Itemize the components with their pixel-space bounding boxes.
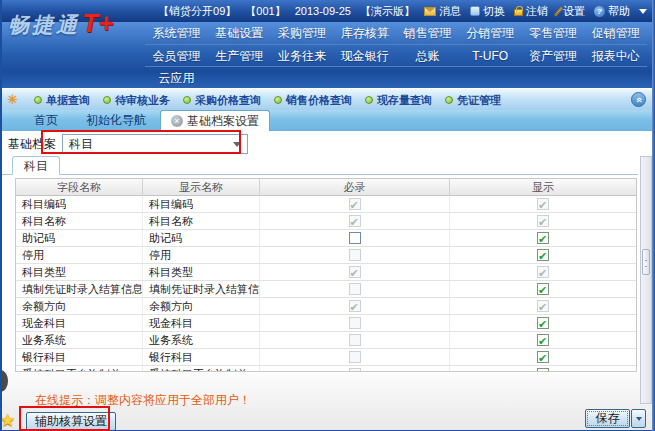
green-dot-icon bbox=[183, 96, 191, 104]
display-name-cell: 受控科目不允许制单 bbox=[143, 366, 260, 372]
settings-button[interactable]: 设置 bbox=[557, 4, 585, 19]
field-name-cell: 科目编码 bbox=[16, 196, 143, 212]
tab-strip: 首页初始化导航×基础档案设置 bbox=[0, 110, 655, 131]
menu-item[interactable]: 报表中心 bbox=[584, 45, 647, 67]
display-checkbox[interactable] bbox=[537, 232, 549, 244]
table-header-row: 字段名称显示名称必录显示 bbox=[16, 178, 636, 196]
collapse-button[interactable]: « bbox=[631, 92, 646, 107]
quick-link[interactable]: 凭证管理 bbox=[445, 93, 501, 108]
logo-product-text: T+ bbox=[82, 8, 113, 38]
archive-dropdown[interactable]: 科目 bbox=[62, 134, 248, 154]
vertical-scrollbar[interactable] bbox=[640, 156, 652, 404]
display-checkbox bbox=[537, 198, 549, 210]
quick-link-label: 待审核业务 bbox=[115, 93, 170, 108]
display-name-cell: 业务系统 bbox=[143, 332, 260, 348]
quick-link[interactable]: 待审核业务 bbox=[103, 93, 170, 108]
field-name-cell: 停用 bbox=[16, 247, 143, 263]
tab-inactive[interactable]: 初始化导航 bbox=[72, 110, 160, 131]
chevron-down-icon bbox=[636, 417, 642, 424]
menu-item[interactable]: 现金银行 bbox=[333, 45, 396, 67]
field-name-cell: 银行科目 bbox=[16, 349, 143, 365]
table-header-cell: 显示 bbox=[450, 179, 636, 196]
display-checkbox[interactable] bbox=[537, 317, 549, 329]
menu-item[interactable]: 会员管理 bbox=[145, 45, 208, 67]
display-name-cell: 填制凭证时录入结算信息 bbox=[143, 281, 260, 297]
show-cell bbox=[450, 366, 636, 372]
menu-item[interactable]: 基础设置 bbox=[208, 22, 271, 44]
display-checkbox bbox=[537, 300, 549, 312]
menu-item[interactable]: 销售管理 bbox=[396, 22, 459, 44]
table-header-cell: 显示名称 bbox=[143, 179, 260, 196]
window-border-left bbox=[0, 0, 2, 431]
display-name-cell: 科目编码 bbox=[143, 196, 260, 212]
menu-item[interactable]: T-UFO bbox=[459, 45, 522, 67]
required-checkbox bbox=[349, 317, 361, 329]
tab-active[interactable]: ×基础档案设置 bbox=[160, 110, 270, 131]
scrollbar-thumb[interactable] bbox=[642, 249, 650, 275]
display-name-cell: 现金科目 bbox=[143, 315, 260, 331]
logout-button[interactable]: 注销 bbox=[514, 4, 548, 19]
menu-item[interactable]: 促销管理 bbox=[584, 22, 647, 44]
menu-item[interactable]: 分销管理 bbox=[459, 22, 522, 44]
switch-button[interactable]: 切换 bbox=[470, 4, 505, 19]
menu-item[interactable]: 零售管理 bbox=[522, 22, 585, 44]
settings-icon bbox=[554, 6, 563, 16]
required-checkbox bbox=[349, 368, 361, 372]
display-checkbox bbox=[537, 266, 549, 278]
quick-link[interactable]: 销售价格查询 bbox=[274, 93, 352, 108]
field-name-cell: 受控科目不允许制单 bbox=[16, 366, 143, 372]
required-checkbox bbox=[349, 300, 361, 312]
field-name-cell: 余额方向 bbox=[16, 298, 143, 314]
menu-item[interactable]: 采购管理 bbox=[271, 22, 334, 44]
quick-link-label: 单据查询 bbox=[46, 93, 90, 108]
field-name-cell: 科目名称 bbox=[16, 213, 143, 229]
green-dot-icon bbox=[34, 96, 42, 104]
tab-label: 首页 bbox=[34, 113, 58, 127]
table-row: 现金科目现金科目 bbox=[16, 315, 636, 332]
display-checkbox[interactable] bbox=[537, 334, 549, 346]
menu-item[interactable]: 资产管理 bbox=[522, 45, 585, 67]
save-button[interactable]: 保存 bbox=[585, 409, 630, 428]
subtab-strip: 科目 bbox=[2, 155, 638, 175]
aux-accounting-settings-button[interactable]: 辅助核算设置 bbox=[26, 412, 116, 431]
menu-item[interactable]: 总账 bbox=[396, 45, 459, 67]
menu-item[interactable]: 库存核算 bbox=[333, 22, 396, 44]
help-button[interactable]: ? 帮助 bbox=[594, 4, 630, 19]
display-checkbox[interactable] bbox=[537, 368, 549, 372]
show-cell bbox=[450, 298, 636, 314]
menu-item[interactable]: 生产管理 bbox=[208, 45, 271, 67]
menu-item[interactable]: 系统管理 bbox=[145, 22, 208, 44]
quick-link[interactable]: 单据查询 bbox=[34, 93, 90, 108]
required-cell bbox=[260, 230, 450, 246]
menu-item[interactable]: 业务往来 bbox=[271, 45, 334, 67]
messages-button[interactable]: 消息 bbox=[424, 4, 461, 19]
help-icon: ? bbox=[594, 6, 605, 17]
required-cell bbox=[260, 213, 450, 229]
show-cell bbox=[450, 247, 636, 263]
display-name-cell: 银行科目 bbox=[143, 349, 260, 365]
save-dropdown-button[interactable] bbox=[631, 409, 646, 428]
display-checkbox[interactable] bbox=[537, 351, 549, 363]
tab-inactive[interactable]: 首页 bbox=[20, 110, 72, 131]
quick-link-label: 凭证管理 bbox=[457, 93, 501, 108]
menu-item[interactable]: 云应用 bbox=[145, 67, 208, 89]
quick-link[interactable]: 现存量查询 bbox=[365, 93, 432, 108]
show-cell bbox=[450, 332, 636, 348]
display-checkbox[interactable] bbox=[537, 283, 549, 295]
edition-label: 【演示版】 bbox=[360, 4, 415, 19]
required-checkbox bbox=[349, 198, 361, 210]
quick-link[interactable]: 采购价格查询 bbox=[183, 93, 261, 108]
display-checkbox[interactable] bbox=[537, 249, 549, 261]
gear-icon[interactable]: ✳ bbox=[7, 92, 18, 107]
chevron-down-icon[interactable] bbox=[639, 9, 647, 18]
close-icon[interactable]: × bbox=[171, 115, 183, 127]
display-name-cell: 余额方向 bbox=[143, 298, 260, 314]
required-checkbox[interactable] bbox=[349, 232, 361, 244]
table-row: 余额方向余额方向 bbox=[16, 298, 636, 315]
field-settings-table: 字段名称显示名称必录显示科目编码科目编码科目名称科目名称助记码助记码停用停用科目… bbox=[15, 178, 637, 372]
subtab-subject[interactable]: 科目 bbox=[12, 156, 60, 175]
field-name-cell: 业务系统 bbox=[16, 332, 143, 348]
show-cell bbox=[450, 230, 636, 246]
field-name-cell: 科目类型 bbox=[16, 264, 143, 280]
required-cell bbox=[260, 332, 450, 348]
